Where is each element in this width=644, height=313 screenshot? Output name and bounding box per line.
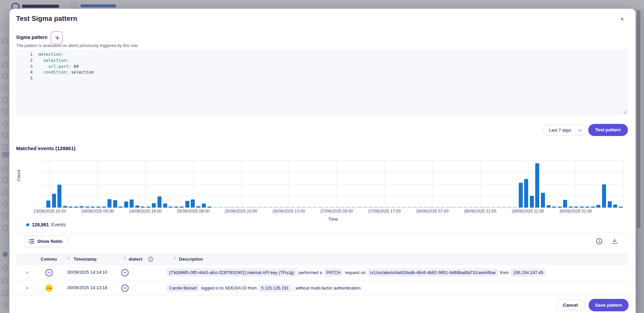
expand-chevron-icon[interactable]: ›: [26, 269, 28, 276]
chart-bar: [291, 207, 295, 208]
column-header-timestamp: Timestamp: [74, 257, 96, 262]
chart-bar: [619, 207, 623, 208]
chart-bar: [252, 207, 256, 208]
chart-bar: [68, 207, 73, 208]
chart-bar: [385, 207, 389, 208]
chart-bar: [419, 207, 423, 208]
description-chip: 5.115.135.191: [259, 284, 291, 292]
chart-bar: [124, 202, 128, 208]
close-icon[interactable]: ×: [618, 15, 626, 23]
drag-handle-icon[interactable]: ⠿: [67, 257, 70, 261]
x-tick-label: 24/09/2025 19:00: [122, 209, 169, 214]
chart-bar: [113, 200, 117, 208]
sigma-pattern-code-editor[interactable]: 1detection:2 selection:3 url.port: 804 c…: [16, 49, 628, 115]
download-icon: [611, 238, 618, 244]
test-pattern-button[interactable]: Test pattern: [588, 124, 628, 136]
x-tick-label: 28/09/2025 07:00: [409, 209, 456, 214]
chart-bar: [580, 207, 584, 208]
expand-chevron-icon[interactable]: ›: [26, 284, 28, 292]
chart-bar: [585, 207, 589, 208]
chart-bar: [569, 207, 573, 208]
chart-legend[interactable]: 128,861 Events: [26, 222, 65, 227]
resize-handle[interactable]: [623, 110, 627, 114]
chart-bar: [219, 207, 223, 208]
drag-handle-icon[interactable]: ⠿: [124, 257, 126, 261]
table-header-row: Commu ⠿ Timestamp ⠿ dialect ⠿ Descriptio…: [16, 254, 628, 265]
description-text: request on: [345, 270, 365, 275]
chart-bar: [574, 207, 578, 208]
cancel-button[interactable]: Cancel: [556, 300, 585, 311]
chart-bar: [391, 207, 395, 208]
info-button[interactable]: [596, 238, 603, 245]
chart-bar: [130, 199, 134, 208]
chart-bar: [513, 207, 517, 208]
chart-bar: [474, 207, 478, 208]
chart-bar: [163, 204, 167, 208]
download-button[interactable]: [611, 238, 618, 245]
show-fields-button[interactable]: Show fields: [24, 235, 68, 247]
time-range-value: Last 7 days: [549, 128, 571, 133]
chart-bar: [497, 207, 501, 208]
chart-bar: [469, 207, 473, 208]
chart-bar: [319, 207, 323, 208]
save-pattern-button[interactable]: Save pattern: [589, 299, 629, 311]
x-axis-label: Time: [323, 217, 343, 222]
description-text: logged in to SEKOIA.IO from: [201, 285, 257, 290]
chart-bar: [85, 207, 89, 208]
chart-bar: [91, 207, 95, 208]
chart-bar: [347, 207, 351, 208]
chart-bar: [74, 207, 78, 208]
chart-bar: [213, 207, 217, 208]
drag-handle-icon[interactable]: ⠿: [174, 257, 176, 261]
chart-bar: [374, 207, 378, 208]
modal-title: Test Sigma pattern: [16, 15, 77, 23]
chart-bar: [591, 207, 595, 208]
chart-bar: [141, 207, 145, 208]
description-text: performed a: [298, 270, 322, 275]
chart-bar: [369, 207, 373, 208]
x-tick-label: 27/09/2025 03:00: [313, 209, 360, 214]
table-row[interactable]: ›IO30/09/2025 14:14:10IO[73d366f0-0ff0-4…: [16, 265, 628, 280]
events-bar-chart: [42, 161, 625, 208]
table-row[interactable]: ›30/09/2025 14:13:18IOCarole Bessetlogge…: [16, 280, 628, 295]
chart-bar: [352, 207, 356, 208]
chart-bar: [447, 207, 451, 208]
chart-bar: [119, 207, 123, 208]
chart-bar: [547, 205, 551, 208]
chart-bar: [358, 207, 362, 208]
chart-bar: [174, 207, 178, 208]
legend-dot-icon: [26, 223, 29, 226]
chart-bar: [107, 199, 111, 208]
chart-bar: [335, 207, 339, 208]
chart-bar: [169, 207, 173, 208]
list-icon: [29, 239, 34, 244]
dialect-info-icon[interactable]: [148, 257, 153, 262]
column-header-description: Description: [179, 257, 203, 262]
yellow-avatar-icon: [45, 284, 53, 292]
chart-bar: [196, 206, 200, 208]
chart-bar: [435, 207, 440, 208]
page-scrollbar[interactable]: [637, 10, 640, 228]
matched-events-table: Commu ⠿ Timestamp ⠿ dialect ⠿ Descriptio…: [16, 254, 628, 295]
chart-bar: [563, 200, 567, 208]
pattern-helper-text: The pattern is evaluated on alerts previ…: [16, 43, 138, 48]
x-tick-label: 25/09/2025 23:00: [218, 209, 265, 214]
chart-bar: [191, 199, 195, 208]
x-tick-label: 23/09/2025 15:00: [26, 209, 73, 214]
sekoia-io-logo-icon: IO: [121, 284, 129, 292]
description-chip: Carole Besset: [167, 284, 199, 292]
sigma-pattern-label: Sigma pattern: [16, 35, 47, 40]
ai-assistant-button[interactable]: [51, 31, 63, 44]
chart-bar: [402, 207, 406, 208]
time-range-select[interactable]: Last 7 days: [543, 125, 587, 136]
description-text: from: [500, 270, 509, 275]
chart-bar: [246, 207, 250, 208]
description-cell: Carole Bessetlogged in to SEKOIA.IO from…: [167, 284, 361, 292]
chart-bar: [380, 207, 384, 208]
chart-bar: [185, 201, 189, 208]
chart-bar: [63, 206, 67, 208]
y-axis-label: Count: [16, 170, 21, 181]
chart-bar: [263, 207, 267, 208]
chart-bar: [313, 207, 317, 208]
chart-bar: [491, 207, 495, 208]
